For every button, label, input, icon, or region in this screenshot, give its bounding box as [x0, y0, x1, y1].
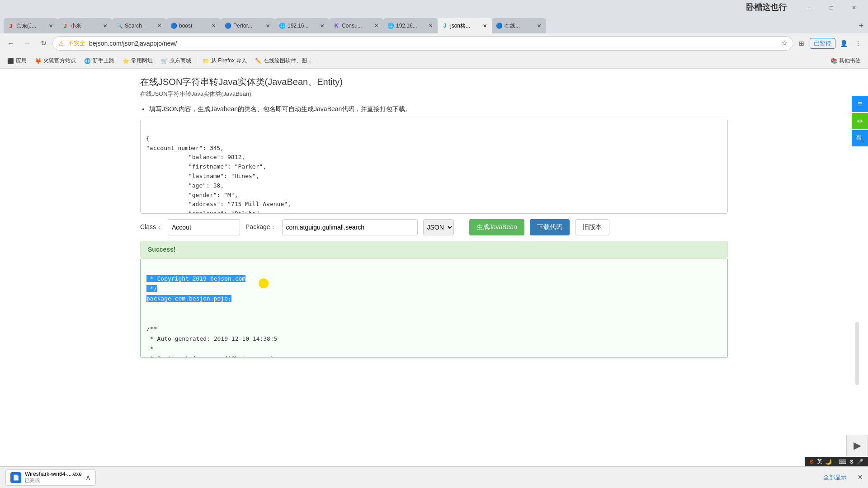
bookmark-drawing[interactable]: ✏️ 在线绘图软件、图...: [251, 55, 315, 67]
tab-ip1[interactable]: 🌐 192.16... ✕: [275, 18, 329, 33]
address-text: bejson.com/json2javapojo/new/: [89, 40, 778, 47]
close-button[interactable]: ✕: [844, 0, 864, 15]
bookmark-common[interactable]: ⭐ 常用网址: [119, 55, 156, 67]
tab-favicon-ip1: 🌐: [278, 22, 286, 29]
bookmark-jd-label: 京东商城: [170, 57, 191, 65]
tab-close-online[interactable]: ✕: [535, 22, 542, 29]
tab-favicon-cons: K: [333, 22, 340, 29]
side-btn-2[interactable]: ✏: [852, 113, 868, 129]
extensions-button[interactable]: ⊞: [795, 37, 808, 50]
tab-favicon-jd2: J: [61, 22, 69, 29]
refresh-button[interactable]: ↻: [36, 36, 51, 51]
class-label: Class：: [140, 223, 162, 231]
output-wrapper: * Copyright 2019 bejson.com */ package c…: [140, 258, 728, 358]
download-code-button[interactable]: 下载代码: [530, 219, 570, 235]
tab-label-ip1: 192.16...: [288, 23, 316, 29]
tab-ip2[interactable]: 🌐 192.16... ✕: [383, 18, 438, 33]
ime-keyboard: ⌨: [839, 459, 846, 465]
tab-perf[interactable]: 🔵 Perfor... ✕: [221, 18, 275, 33]
main-area: 在线JSON字符串转Java实体类(JavaBean、Entity) 在线JSO…: [131, 69, 737, 366]
tab-label-jd1: 京东(J...: [16, 22, 45, 30]
profile-button[interactable]: 👤: [837, 37, 850, 50]
bookmark-apps-label: 应用: [16, 57, 27, 65]
tab-favicon-ip2: 🌐: [387, 22, 394, 29]
show-all-button[interactable]: 全部显示: [820, 472, 850, 483]
bookmark-other[interactable]: 📚 其他书签: [827, 55, 864, 67]
tab-jd2[interactable]: J 小米 - ✕: [58, 18, 112, 33]
tab-label-json: json格...: [450, 22, 479, 30]
ime-sep: ·: [835, 459, 836, 465]
tab-jd1[interactable]: J 京东(J... ✕: [4, 18, 58, 33]
tab-favicon-online: 🔵: [495, 22, 503, 29]
bookmark-firefox[interactable]: 🦊 火狐官方站点: [31, 55, 80, 67]
tab-favicon-search: 🔍: [116, 22, 123, 29]
side-btn-1[interactable]: ≡: [852, 96, 868, 112]
forward-button[interactable]: →: [20, 36, 34, 51]
tab-search[interactable]: 🔍 Search ✕: [112, 18, 166, 33]
download-item[interactable]: 📄 Wireshark-win64-....exe 已完成 ∧: [5, 469, 96, 486]
output-selected-1: * Copyright 2019 bejson.com */ package c…: [146, 275, 245, 302]
bookmark-jd[interactable]: 🛒 京东商城: [157, 55, 195, 67]
tab-close-boost[interactable]: ✕: [210, 22, 217, 29]
tab-label-cons: Consu...: [342, 23, 371, 29]
right-float-area: ▶: [846, 435, 868, 456]
download-status: 已完成: [25, 477, 82, 484]
generate-javabean-button[interactable]: 生成JavaBean: [469, 219, 524, 235]
other-books-icon: 📚: [830, 58, 837, 64]
bookmarks-bar: ⬛ 应用 🦊 火狐官方站点 🌐 新手上路 ⭐ 常用网址 🛒 京东商城 📁 从 F…: [0, 53, 868, 69]
output-code-rest: /** * Auto-generated: 2019-12-10 14:38:5…: [146, 325, 302, 358]
tab-label-boost: boost: [179, 23, 208, 29]
tab-online[interactable]: 🔵 在线... ✕: [492, 18, 546, 33]
side-btn-3[interactable]: 🔍: [852, 130, 868, 146]
download-expand-icon[interactable]: ∧: [85, 473, 91, 482]
format-select[interactable]: JSON XML: [423, 219, 454, 235]
package-input[interactable]: [282, 219, 418, 235]
right-float-play[interactable]: ▶: [846, 435, 868, 456]
json-input-box[interactable]: { "account_number": 345, "balance": 9812…: [140, 119, 728, 214]
tab-close-json[interactable]: ✕: [481, 22, 488, 29]
back-button[interactable]: ←: [4, 36, 18, 51]
menu-button[interactable]: ⋮: [852, 37, 864, 50]
bookmark-apps[interactable]: ⬛ 应用: [4, 55, 30, 67]
tab-close-cons[interactable]: ✕: [373, 22, 380, 29]
tab-label-jd2: 小米 -: [71, 22, 99, 30]
tab-bar-container: J 京东(J... ✕ J 小米 - ✕ 🔍 Search ✕ 🔵 boost …: [4, 18, 854, 33]
download-bar: 📄 Wireshark-win64-....exe 已完成 ∧ 全部显示 ×: [0, 466, 868, 488]
tab-label-online: 在线...: [505, 22, 533, 30]
cursor-dot: [259, 278, 269, 288]
download-info: Wireshark-win64-....exe 已完成: [25, 471, 82, 484]
bookmark-newuser[interactable]: 🌐 新手上路: [80, 55, 118, 67]
download-bar-close[interactable]: ×: [858, 473, 863, 482]
ime-mic: 🎤: [857, 459, 863, 465]
tab-close-jd1[interactable]: ✕: [47, 22, 54, 29]
class-input[interactable]: [168, 219, 240, 235]
ime-lang[interactable]: 英: [817, 458, 822, 465]
download-file-icon: 📄: [10, 472, 21, 483]
page-title: 在线JSON字符串转Java实体类(JavaBean、Entity): [140, 76, 728, 88]
maximize-button[interactable]: □: [821, 0, 842, 15]
tab-close-ip1[interactable]: ✕: [318, 22, 326, 29]
tab-cons[interactable]: K Consu... ✕: [329, 18, 383, 33]
tab-json[interactable]: J json格... ✕: [438, 18, 492, 33]
output-area[interactable]: * Copyright 2019 bejson.com */ package c…: [141, 258, 727, 358]
instruction-text: 填写JSON内容，生成Javabean的类名、包名即可自动生成JavaBean代…: [140, 105, 728, 113]
tab-close-perf[interactable]: ✕: [264, 22, 271, 29]
tab-close-ip2[interactable]: ✕: [427, 22, 434, 29]
jd-icon: 🛒: [161, 58, 168, 64]
tab-close-search[interactable]: ✕: [156, 22, 163, 29]
address-bar[interactable]: ⚠ 不安全 bejson.com/json2javapojo/new/ ☆: [52, 36, 793, 51]
old-version-button[interactable]: 旧版本: [575, 219, 609, 235]
minimize-button[interactable]: ─: [798, 0, 819, 15]
bookmark-star[interactable]: ☆: [781, 39, 788, 47]
new-tab-button[interactable]: +: [854, 18, 868, 33]
bookmark-common-label: 常用网址: [131, 57, 153, 65]
tab-label-perf: Perfor...: [233, 23, 262, 29]
json-content: { "account_number": 345, "balance": 9812…: [146, 135, 309, 214]
tab-boost[interactable]: 🔵 boost ✕: [166, 18, 221, 33]
tab-close-jd2[interactable]: ✕: [101, 22, 108, 29]
tab-favicon-jd1: J: [7, 22, 14, 29]
pause-button[interactable]: 已暂停: [810, 38, 835, 49]
bookmark-other-label: 其他书签: [839, 57, 861, 65]
scrollbar-thumb[interactable]: [855, 322, 859, 385]
bookmark-firefox-import[interactable]: 📁 从 Firefox 导入: [199, 55, 250, 67]
